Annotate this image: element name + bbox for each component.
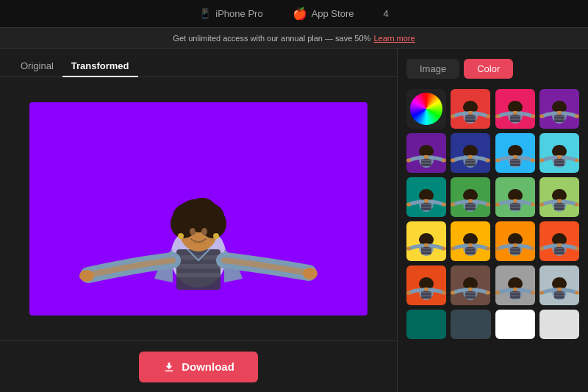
svg-rect-59 <box>465 160 476 161</box>
color-swatch[interactable] <box>451 221 490 261</box>
svg-point-163 <box>552 235 559 244</box>
svg-point-134 <box>426 235 434 244</box>
svg-point-144 <box>470 235 478 244</box>
svg-rect-120 <box>554 207 564 208</box>
svg-point-135 <box>406 247 411 251</box>
svg-rect-29 <box>510 115 520 117</box>
view-tabs: Original Transformed <box>0 49 397 77</box>
main-layout: Original Transformed <box>0 49 588 392</box>
svg-rect-199 <box>554 292 564 293</box>
svg-rect-90 <box>421 207 431 208</box>
svg-point-94 <box>426 191 434 200</box>
rainbow-wheel <box>410 93 442 125</box>
svg-point-116 <box>531 203 535 207</box>
appstore-label: App Store <box>312 8 354 19</box>
svg-point-45 <box>539 115 544 118</box>
svg-point-53 <box>419 147 426 156</box>
svg-point-84 <box>559 147 567 156</box>
svg-point-145 <box>451 247 455 251</box>
color-swatch[interactable] <box>406 177 446 217</box>
svg-point-35 <box>495 115 500 118</box>
bottom-toolbar: Download <box>0 341 397 392</box>
color-swatch[interactable] <box>406 221 446 261</box>
svg-rect-169 <box>421 292 431 293</box>
count-nav-item[interactable]: 4 <box>383 8 388 19</box>
right-panel: Image Color <box>397 49 588 392</box>
svg-rect-170 <box>421 295 431 296</box>
promo-text: Get unlimited access with our annual pla… <box>173 34 370 43</box>
bottom-swatch-dark2[interactable] <box>451 310 490 339</box>
svg-point-205 <box>539 291 544 295</box>
svg-point-195 <box>495 291 500 295</box>
color-swatch[interactable] <box>495 89 535 129</box>
svg-rect-119 <box>554 204 564 205</box>
color-swatch[interactable] <box>539 89 579 129</box>
color-swatch[interactable] <box>451 89 490 129</box>
svg-rect-140 <box>465 251 476 252</box>
svg-rect-99 <box>465 204 476 205</box>
iphone-nav-item[interactable]: 📱 iPhone Pro <box>199 8 262 19</box>
bottom-swatch-light-grey2[interactable] <box>539 310 579 339</box>
svg-rect-180 <box>465 295 476 296</box>
svg-rect-70 <box>510 163 520 164</box>
color-swatch[interactable] <box>451 133 490 173</box>
color-swatch[interactable] <box>495 133 535 173</box>
svg-rect-160 <box>554 251 564 252</box>
tab-transformed[interactable]: Transformed <box>62 56 138 77</box>
svg-rect-159 <box>554 248 564 249</box>
svg-point-93 <box>419 191 426 200</box>
color-swatch[interactable] <box>539 221 579 261</box>
color-swatch[interactable] <box>451 177 490 217</box>
top-navigation-bar: 📱 iPhone Pro 🍎 App Store 4 <box>0 0 588 28</box>
svg-point-203 <box>552 279 559 288</box>
svg-point-124 <box>559 191 567 200</box>
svg-point-193 <box>508 279 515 288</box>
svg-rect-149 <box>510 248 520 249</box>
color-swatch[interactable] <box>539 133 579 173</box>
color-swatch[interactable] <box>406 133 446 173</box>
panel-tab-row: Image Color <box>406 59 579 79</box>
svg-point-104 <box>470 191 478 200</box>
svg-point-196 <box>531 291 535 295</box>
color-swatch[interactable] <box>451 266 490 305</box>
svg-point-26 <box>486 115 490 118</box>
svg-rect-2 <box>176 255 220 260</box>
svg-rect-110 <box>510 207 520 208</box>
svg-point-34 <box>515 103 523 112</box>
iphone-label: iPhone Pro <box>215 8 262 19</box>
color-swatch[interactable] <box>495 177 535 217</box>
promo-link[interactable]: Learn more <box>373 34 415 43</box>
svg-point-165 <box>539 247 544 251</box>
svg-point-54 <box>426 147 434 156</box>
svg-point-115 <box>495 203 500 207</box>
color-swatch[interactable] <box>539 266 579 305</box>
svg-point-126 <box>575 203 579 207</box>
svg-rect-179 <box>465 292 476 293</box>
appstore-nav-item[interactable]: 🍎 App Store <box>293 7 354 21</box>
panel-tab-color[interactable]: Color <box>464 59 513 79</box>
download-button[interactable]: Download <box>139 352 258 382</box>
svg-point-12 <box>201 228 207 235</box>
color-swatch-rainbow[interactable] <box>406 89 446 129</box>
svg-point-76 <box>531 159 535 163</box>
svg-point-156 <box>531 247 535 251</box>
svg-rect-139 <box>465 248 476 249</box>
color-grid <box>406 89 579 305</box>
color-swatch[interactable] <box>539 177 579 217</box>
bottom-swatch-white[interactable] <box>495 310 535 339</box>
svg-point-14 <box>303 268 318 279</box>
color-swatch[interactable] <box>495 266 535 305</box>
panel-tab-image[interactable]: Image <box>406 59 459 79</box>
tab-original[interactable]: Original <box>12 56 62 77</box>
svg-point-183 <box>463 279 470 288</box>
svg-rect-20 <box>465 118 476 120</box>
svg-rect-40 <box>554 118 564 120</box>
svg-point-136 <box>442 247 446 251</box>
svg-rect-79 <box>554 160 564 161</box>
svg-point-154 <box>515 235 523 244</box>
bottom-swatch-dark-teal[interactable] <box>406 310 446 339</box>
color-swatch[interactable] <box>495 221 535 261</box>
svg-point-85 <box>539 159 544 163</box>
color-swatch[interactable] <box>406 266 446 305</box>
person-svg <box>29 102 368 316</box>
